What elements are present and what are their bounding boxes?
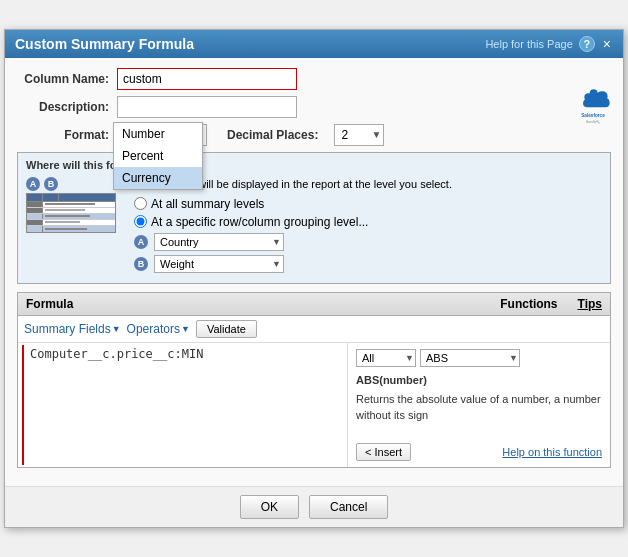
formula-toolbar: Summary Fields ▼ Operators ▼ Validate [18,316,610,343]
svg-text:Handle🔧: Handle🔧 [586,119,602,124]
grouping-a-row: A Country Weight ▼ [134,233,602,251]
specific-level-radio[interactable] [134,215,147,228]
column-name-row: Column Name: [17,68,611,90]
description-label: Description: [17,100,117,114]
function-description: ABS(number) Returns the absolute value o… [356,373,602,423]
all-levels-label: At all summary levels [151,197,264,211]
formula-editor: Computer__c.price__c:MIN [18,343,348,467]
circle-labels: A B [26,177,126,191]
ok-button[interactable]: OK [240,495,299,519]
dropdown-item-number[interactable]: Number [114,123,202,145]
description-row: Description: [17,96,611,118]
format-row: Format: Number Percent Currency ▼ Decima… [17,124,611,146]
tips-header-label[interactable]: Tips [578,297,602,311]
close-button[interactable]: × [601,36,613,52]
where-content: A B [26,177,602,277]
summary-fields-dropdown[interactable]: Summary Fields ▼ [24,322,121,336]
formula-text[interactable]: Computer__c.price__c:MIN [22,347,343,361]
salesforce-logo: Salesforce Handle🔧 [573,88,613,124]
summary-fields-arrow: ▼ [112,324,121,334]
operators-arrow: ▼ [181,324,190,334]
header-right: Help for this Page ? × [485,36,613,52]
column-name-input[interactable] [117,68,297,90]
dialog-header: Custom Summary Formula Help for this Pag… [5,30,623,58]
svg-text:Salesforce: Salesforce [581,113,605,118]
decimal-select[interactable]: 0 1 2 3 4 [334,124,384,146]
grouping-b-select-wrapper: Country Weight ▼ [154,255,284,273]
custom-summary-formula-dialog: Custom Summary Formula Help for this Pag… [4,29,624,528]
category-select[interactable]: All Date and Time Logical Math Summary T… [356,349,416,367]
insert-row: < Insert Help on this function [356,443,602,461]
help-function-link[interactable]: Help on this function [502,446,602,458]
operators-dropdown[interactable]: Operators ▼ [127,322,190,336]
red-line-indicator [22,345,24,465]
validate-button[interactable]: Validate [196,320,257,338]
formula-label: Formula [26,297,73,311]
specific-level-radio-row: At a specific row/column grouping level.… [134,215,602,229]
formula-section: Formula Functions Tips Summary Fields ▼ … [17,292,611,468]
help-link[interactable]: Help for this Page [485,38,572,50]
cancel-button[interactable]: Cancel [309,495,388,519]
circle-b-top: B [44,177,58,191]
decimal-places-label: Decimal Places: [227,128,318,142]
function-name-display: ABS(number) [356,373,602,388]
formula-content: Computer__c.price__c:MIN All Date and Ti… [18,343,610,467]
all-levels-radio[interactable] [134,197,147,210]
help-icon[interactable]: ? [579,36,595,52]
description-input[interactable] [117,96,297,118]
where-section: Where will this formula be c... A B [17,152,611,284]
summary-fields-label: Summary Fields [24,322,111,336]
where-options: ...calculation will be displayed in the … [134,177,602,277]
functions-panel: All Date and Time Logical Math Summary T… [348,343,610,467]
dialog-body: Salesforce Handle🔧 Column Name: Descript… [5,58,623,486]
circle-a-top: A [26,177,40,191]
insert-button[interactable]: < Insert [356,443,411,461]
grouping-a-circle: A [134,235,148,249]
decimal-select-wrapper: 0 1 2 3 4 ▼ [326,124,384,146]
category-select-wrapper: All Date and Time Logical Math Summary T… [356,349,416,367]
dropdown-item-percent[interactable]: Percent [114,145,202,167]
dropdown-item-currency[interactable]: Currency [114,167,202,189]
function-name-select[interactable]: ABS CEILING EXP FLOOR LN LOG MAX MIN MOD… [420,349,520,367]
dialog-footer: OK Cancel [5,486,623,527]
dialog-title: Custom Summary Formula [15,36,194,52]
mini-table-diagram: A B [26,177,126,233]
functions-header-label: Functions [500,297,557,311]
salesforce-cloud-icon: Salesforce Handle🔧 [573,88,613,124]
specific-level-label: At a specific row/column grouping level.… [151,215,368,229]
all-levels-radio-row: At all summary levels [134,197,602,211]
function-desc-text: Returns the absolute value of a number, … [356,392,602,423]
grouping-b-select[interactable]: Country Weight [154,255,284,273]
format-label: Format: [17,128,117,142]
operators-label: Operators [127,322,180,336]
format-dropdown-overlay: Number Percent Currency [113,122,203,190]
functions-controls: All Date and Time Logical Math Summary T… [356,349,602,367]
column-name-label: Column Name: [17,72,117,86]
formula-header-right: Functions Tips [500,297,602,311]
grouping-b-circle: B [134,257,148,271]
function-name-select-wrapper: ABS CEILING EXP FLOOR LN LOG MAX MIN MOD… [420,349,520,367]
formula-header: Formula Functions Tips [18,293,610,316]
grouping-a-select-wrapper: Country Weight ▼ [154,233,284,251]
grouping-a-select[interactable]: Country Weight [154,233,284,251]
grouping-b-row: B Country Weight ▼ [134,255,602,273]
